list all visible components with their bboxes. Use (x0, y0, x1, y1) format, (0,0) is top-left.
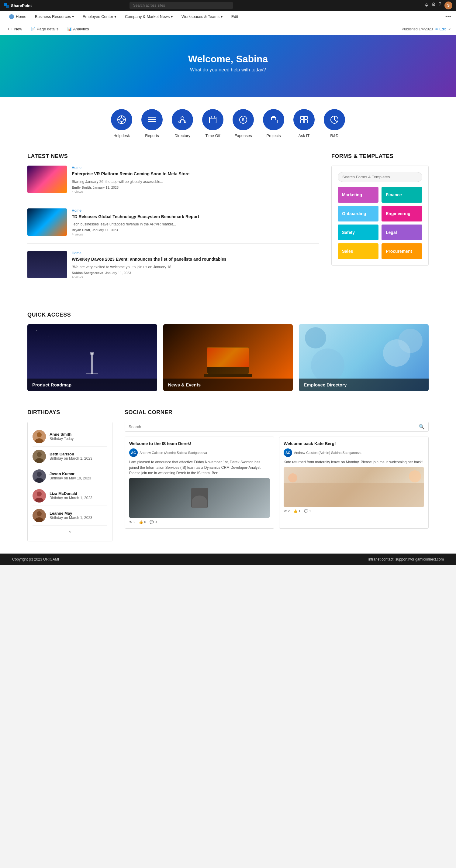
news-thumbnail-1 (27, 165, 67, 193)
form-tag-safety[interactable]: Safety (338, 224, 378, 240)
svg-rect-1 (6, 5, 9, 8)
news-category-3[interactable]: Home (72, 251, 226, 255)
nav-timeoff[interactable]: Time Off (202, 109, 223, 138)
nav-helpdesk[interactable]: Helpdesk (111, 109, 132, 138)
news-category-2[interactable]: Home (72, 209, 199, 213)
helpdesk-icon[interactable] (111, 109, 132, 130)
social-comments-1: 💬 0 (149, 520, 156, 524)
star-1 (36, 330, 37, 331)
nav-workspaces-teams[interactable]: Workspaces & Teams ▾ (177, 11, 227, 23)
form-tag-engineering[interactable]: Engineering (381, 206, 422, 221)
news-author-3: Sabina Saetgareeva (72, 271, 103, 275)
social-card-title-1: Welcome to the IS team Derek! (129, 441, 269, 446)
news-category-1[interactable]: Home (72, 165, 190, 170)
sharepoint-logo: SharePoint (4, 3, 32, 8)
social-avatar-2: AC (284, 448, 292, 457)
forms-templates-title: FORMS & TEMPLATES (331, 153, 429, 159)
projects-icon[interactable] (263, 109, 284, 130)
nav-company-market-news[interactable]: Company & Market News ▾ (121, 11, 177, 23)
news-views-1: 4 views (72, 190, 190, 193)
avatar-beth-carlson (32, 450, 46, 463)
svg-rect-9 (148, 119, 156, 120)
settings-icon[interactable]: ⚙ (431, 2, 436, 9)
nav-reports[interactable]: Reports (141, 109, 163, 138)
directory-icon[interactable] (172, 109, 193, 130)
published-info: Published 1/4/2023 ✏ Edit ✓ (402, 27, 451, 31)
qa-card-product-roadmap[interactable]: Product Roadmap (27, 324, 157, 391)
news-item: Home Enterprise VR Platform Remio Coming… (27, 165, 319, 201)
avatar-anne-smith (32, 430, 46, 443)
timeoff-icon[interactable] (202, 109, 223, 130)
qa-card-news-events[interactable]: News & Events (163, 324, 293, 391)
quick-access-title: QUICK ACCESS (27, 312, 429, 318)
birthday-item: Leanne May Birthday on March 1, 2023 (32, 506, 107, 526)
new-button[interactable]: + + New (5, 26, 25, 32)
svg-point-11 (181, 117, 184, 120)
nav-rnd[interactable]: R&D (324, 109, 345, 138)
birthday-item: Jason Kumar Birthday on May 19, 2023 (32, 466, 107, 486)
news-title-2[interactable]: TD Releases Global Technology Ecosystem … (72, 214, 199, 220)
social-post-image-2 (284, 467, 424, 507)
svg-text:$: $ (242, 117, 245, 122)
form-tag-marketing[interactable]: Marketing (338, 187, 378, 203)
analytics-button[interactable]: 📊 Analytics (64, 26, 91, 32)
global-search-input[interactable] (130, 2, 233, 9)
nav-employee-center[interactable]: Employee Center ▾ (79, 11, 121, 23)
svg-rect-8 (148, 117, 156, 118)
page-details-button[interactable]: 📄 Page details (28, 26, 61, 32)
social-search-icon[interactable]: 🔍 (419, 424, 425, 430)
quick-access-section: QUICK ACCESS Product Roadmap (27, 306, 429, 403)
svg-rect-22 (270, 120, 277, 123)
bottom-section: BIRTHDAYS Anne Smith Birthday Today (27, 403, 429, 554)
social-author-name-1: Andrew Calston (Admin) Sabina Saetgareev… (140, 451, 207, 455)
form-tag-procurement[interactable]: Procurement (381, 243, 422, 259)
nav-more-button[interactable]: ••• (445, 14, 451, 20)
social-search-input[interactable] (129, 425, 419, 429)
nav-directory[interactable]: Directory (172, 109, 193, 138)
edit-button[interactable]: ✏ Edit (435, 27, 446, 31)
share-icon[interactable]: ⬙ (425, 2, 428, 9)
helpdesk-label: Helpdesk (113, 133, 130, 138)
reports-icon[interactable] (141, 109, 163, 130)
user-icon[interactable]: S (445, 2, 452, 9)
qa-card-employee-directory[interactable]: Employee Directory (299, 324, 429, 391)
forms-search-input[interactable] (338, 172, 422, 182)
form-tag-onboarding[interactable]: Onboarding (338, 206, 378, 221)
news-author-2: Bryan Croft (72, 228, 90, 232)
footer-contact: intranet contact: support@origamiconnect… (368, 557, 444, 561)
rnd-icon[interactable] (324, 109, 345, 130)
nav-expenses[interactable]: $ Expenses (233, 109, 254, 138)
help-icon[interactable]: ? (439, 2, 441, 9)
nav-home[interactable]: Home (5, 11, 31, 23)
askit-icon[interactable] (293, 109, 315, 130)
nav-askit[interactable]: Ask IT (293, 109, 315, 138)
social-corner-section: SOCIAL CORNER 🔍 Welcome to the IS team D… (125, 409, 429, 541)
form-tag-legal[interactable]: Legal (381, 224, 422, 240)
news-excerpt-1: Starting January 26, the app will be glo… (72, 179, 190, 184)
news-meta-1: Emily Smith, January 11, 2023 (72, 186, 190, 189)
news-title-1[interactable]: Enterprise VR Platform Remio Coming Soon… (72, 171, 190, 177)
birthday-item: Anne Smith Birthday Today (32, 427, 107, 446)
forms-grid: Marketing Finance Onboarding Engineering… (338, 187, 422, 259)
svg-line-15 (182, 120, 185, 121)
directory-label: Directory (174, 133, 190, 138)
form-tag-finance[interactable]: Finance (381, 187, 422, 203)
social-views-2: 👁 2 (284, 509, 290, 513)
svg-point-3 (120, 118, 123, 122)
social-card-2: Welcome back Kate Berg! AC Andrew Calsto… (279, 437, 429, 529)
birthday-item: Liza McDonald Birthday on March 1, 2023 (32, 486, 107, 506)
expenses-label: Expenses (234, 133, 252, 138)
nav-business-resources[interactable]: Business Resources ▾ (31, 11, 79, 23)
form-tag-sales[interactable]: Sales (338, 243, 378, 259)
nav-edit[interactable]: Edit (227, 11, 242, 23)
news-title-3[interactable]: WISeKey Davos 2023 Event: announces the … (72, 256, 226, 262)
global-search[interactable] (130, 2, 233, 9)
social-likes-2: 👍 1 (293, 509, 301, 513)
nav-projects[interactable]: Projects (263, 109, 284, 138)
birthday-more-button[interactable]: ⌄ (32, 526, 107, 536)
social-corner-title: SOCIAL CORNER (125, 409, 429, 415)
news-content-3: Home WISeKey Davos 2023 Event: announces… (72, 251, 226, 279)
expenses-icon[interactable]: $ (233, 109, 254, 130)
social-post-text-1: I am pleased to announce that effective … (129, 459, 269, 476)
laptop-base (204, 374, 252, 377)
